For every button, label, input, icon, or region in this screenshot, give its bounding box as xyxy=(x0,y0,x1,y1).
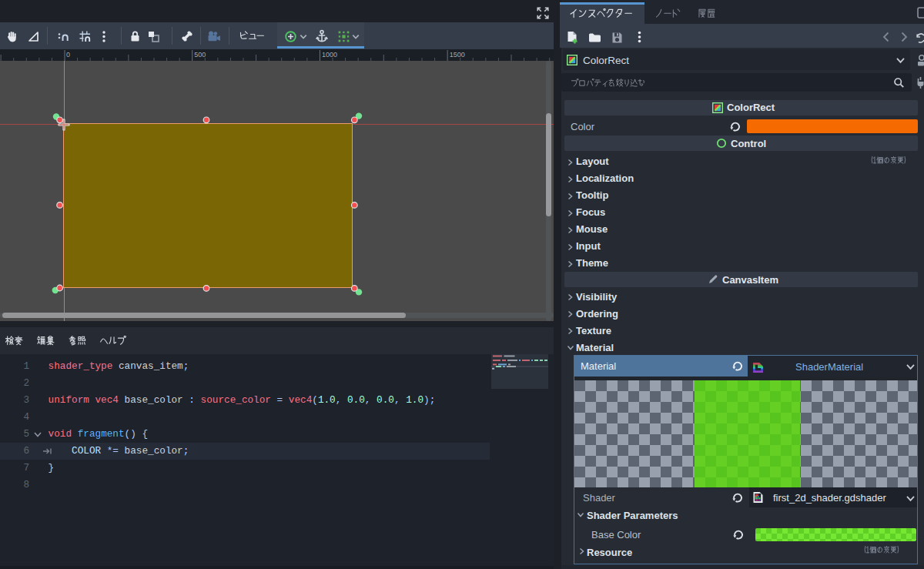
svg-text:1000: 1000 xyxy=(322,51,337,59)
svg-text:0: 0 xyxy=(66,51,70,59)
svg-text:1500: 1500 xyxy=(450,51,465,59)
svg-text:500: 500 xyxy=(194,51,206,59)
